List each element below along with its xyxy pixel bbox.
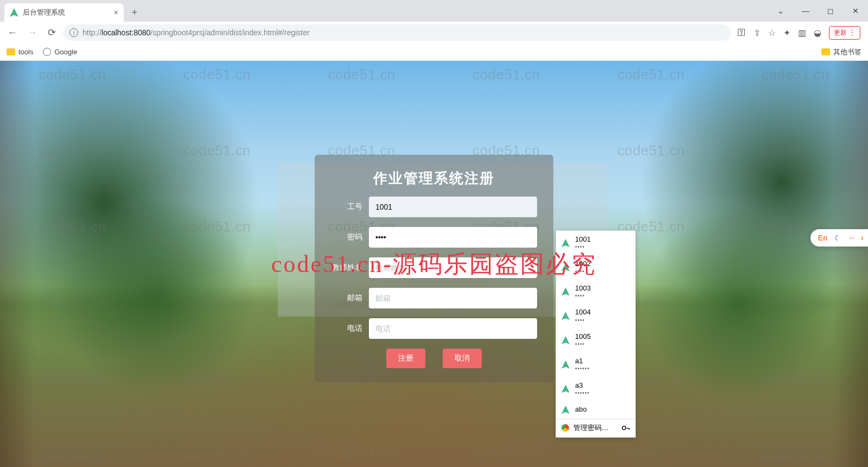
browser-tab[interactable]: 后台管理系统 × xyxy=(4,3,124,22)
browser-toolbar: ← → ⟳ i http://localhost:8080/springboot… xyxy=(0,22,868,43)
autofill-footer[interactable]: 管理密码… O¬ xyxy=(556,419,635,437)
autofill-password-mask: •••• xyxy=(575,244,591,251)
nav-forward-icon: → xyxy=(24,24,40,41)
input-work-id[interactable] xyxy=(369,197,537,217)
extensions-icon[interactable]: ✦ xyxy=(783,28,790,38)
label-email: 邮箱 xyxy=(331,293,362,303)
row-name: 教师姓名 xyxy=(331,257,537,278)
button-row: 注册 取消 xyxy=(331,349,537,368)
autofill-password-mask: •••• xyxy=(575,317,591,324)
autofill-item[interactable]: 1002•••• xyxy=(556,255,635,280)
autofill-item[interactable]: 1005•••• xyxy=(556,328,635,352)
passkey-icon: O¬ xyxy=(622,425,630,431)
register-button[interactable]: 注册 xyxy=(386,349,425,368)
cancel-button[interactable]: 取消 xyxy=(443,349,482,368)
window-maximize-icon[interactable]: ◻ xyxy=(818,0,843,22)
autofill-password-mask: •••••• xyxy=(575,365,590,373)
autofill-item[interactable]: abo xyxy=(556,401,635,418)
autofill-item[interactable]: 1001•••• xyxy=(556,231,635,255)
globe-icon xyxy=(43,48,51,56)
autofill-id: abo xyxy=(575,405,587,414)
autofill-id: 1004 xyxy=(575,308,591,317)
autofill-item[interactable]: 1003•••• xyxy=(556,280,635,304)
label-name: 教师姓名 xyxy=(331,263,362,273)
new-tab-button[interactable]: + xyxy=(127,5,142,20)
window-dropdown-icon[interactable]: ⌄ xyxy=(768,0,793,22)
nav-back-icon[interactable]: ← xyxy=(4,24,21,41)
floating-settings-widget[interactable]: En ☾ ↔ › xyxy=(810,229,868,247)
bookmark-star-icon[interactable]: ☆ xyxy=(768,28,776,38)
input-password[interactable] xyxy=(369,227,537,248)
autofill-item[interactable]: 1004•••• xyxy=(556,304,635,328)
vue-favicon-icon xyxy=(561,361,570,369)
autofill-list[interactable]: 1001••••1002••••1003••••1004••••1005••••… xyxy=(556,231,635,419)
vue-favicon-icon xyxy=(10,8,18,17)
bookmark-google[interactable]: Google xyxy=(43,48,77,56)
side-panel-icon[interactable]: ▥ xyxy=(798,28,806,38)
window-close-icon[interactable]: ✕ xyxy=(843,0,868,22)
input-phone[interactable] xyxy=(369,318,537,339)
folder-icon xyxy=(821,48,830,55)
autofill-item[interactable]: a3•••••• xyxy=(556,377,635,401)
label-work-id: 工号 xyxy=(331,202,362,212)
vue-favicon-icon xyxy=(561,336,570,344)
bookmarks-bar: tools Google 其他书签 xyxy=(0,43,868,61)
label-phone: 电话 xyxy=(331,324,362,333)
autofill-id: a1 xyxy=(575,357,590,365)
fullscreen-icon[interactable]: ↔ xyxy=(848,234,854,242)
autofill-id: a3 xyxy=(575,381,590,390)
row-email: 邮箱 xyxy=(331,288,537,308)
vue-favicon-icon xyxy=(561,384,570,393)
share-icon[interactable]: ⇪ xyxy=(754,28,761,38)
input-email[interactable] xyxy=(369,288,537,308)
window-controls: ⌄ — ◻ ✕ xyxy=(768,0,868,22)
vue-favicon-icon xyxy=(561,263,570,272)
input-name[interactable] xyxy=(369,257,537,278)
folder-icon xyxy=(7,48,15,55)
autofill-password-mask: •••• xyxy=(575,293,591,300)
bookmark-tools[interactable]: tools xyxy=(7,48,33,56)
manage-passwords-label: 管理密码… xyxy=(573,424,609,433)
autofill-id: 1003 xyxy=(575,284,591,293)
chrome-icon xyxy=(561,424,569,432)
autofill-id: 1001 xyxy=(575,235,591,244)
autofill-password-mask: •••• xyxy=(575,268,591,275)
row-phone: 电话 xyxy=(331,318,537,339)
toolbar-icons: ⚿ ⇪ ☆ ✦ ▥ ◒ 更新 ⋮ xyxy=(734,26,864,40)
address-bar[interactable]: i http://localhost:8080/springboot4prsj/… xyxy=(63,24,731,41)
register-form-card: 作业管理系统注册 工号 密码 教师姓名 邮箱 电话 注册 xyxy=(315,155,553,382)
password-key-icon[interactable]: ⚿ xyxy=(737,28,746,37)
url-text: http://localhost:8080/springboot4prsj/ad… xyxy=(82,28,310,37)
expand-arrow-icon[interactable]: › xyxy=(861,233,864,243)
tab-close-icon[interactable]: × xyxy=(114,8,118,17)
autofill-dropdown: 1001••••1002••••1003••••1004••••1005••••… xyxy=(556,230,636,438)
window-minimize-icon[interactable]: — xyxy=(793,0,818,22)
vue-favicon-icon xyxy=(561,287,570,295)
row-password: 密码 xyxy=(331,227,537,248)
tab-strip: 后台管理系统 × + ⌄ — ◻ ✕ xyxy=(0,0,868,22)
label-password: 密码 xyxy=(331,232,362,242)
page-viewport: code51.cncode51.cncode51.cncode51.cncode… xyxy=(0,61,868,467)
vue-favicon-icon xyxy=(561,239,570,247)
form-title: 作业管理系统注册 xyxy=(331,169,537,188)
autofill-item[interactable]: a1•••••• xyxy=(556,352,635,377)
autofill-id: 1002 xyxy=(575,260,591,268)
row-work-id: 工号 xyxy=(331,197,537,217)
profile-avatar-icon[interactable]: ◒ xyxy=(814,28,821,38)
autofill-password-mask: •••••• xyxy=(575,390,590,397)
site-info-icon[interactable]: i xyxy=(69,28,78,37)
update-button[interactable]: 更新 ⋮ xyxy=(829,26,860,40)
bookmark-other[interactable]: 其他书签 xyxy=(821,47,861,57)
vue-favicon-icon xyxy=(561,406,570,414)
vue-favicon-icon xyxy=(561,312,570,320)
autofill-id: 1005 xyxy=(575,332,591,341)
language-toggle[interactable]: En xyxy=(818,234,828,242)
nav-reload-icon[interactable]: ⟳ xyxy=(43,24,60,41)
dark-mode-icon[interactable]: ☾ xyxy=(834,234,841,242)
autofill-password-mask: •••• xyxy=(575,341,591,348)
tab-title: 后台管理系统 xyxy=(23,8,65,17)
